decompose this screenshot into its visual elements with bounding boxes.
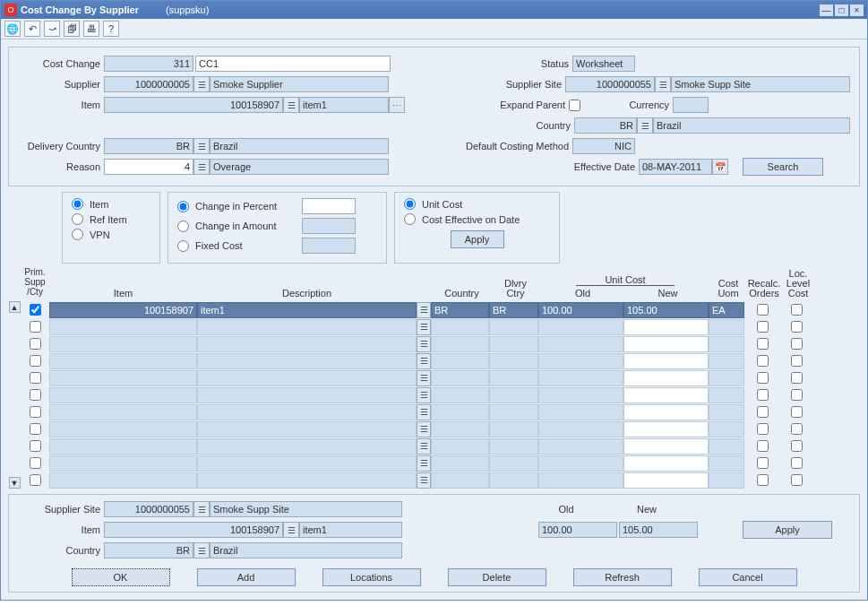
recalc-checkbox[interactable] bbox=[757, 355, 769, 367]
detail-apply-button[interactable]: Apply bbox=[743, 521, 832, 539]
cell-item[interactable] bbox=[49, 370, 197, 386]
cell-item[interactable] bbox=[49, 438, 197, 454]
prim-supp-checkbox[interactable] bbox=[30, 457, 41, 469]
cell-desc[interactable] bbox=[197, 387, 417, 403]
cell-old[interactable] bbox=[538, 319, 623, 335]
recalc-checkbox[interactable] bbox=[757, 474, 769, 486]
cell-new[interactable] bbox=[623, 353, 709, 369]
recalc-checkbox[interactable] bbox=[757, 406, 769, 418]
change-percent-field[interactable] bbox=[302, 198, 356, 214]
detail-item-lov-icon[interactable]: ☰ bbox=[283, 522, 299, 538]
locations-button[interactable]: Locations bbox=[322, 568, 421, 586]
table-row[interactable]: 100158907item1☰BRBR100.00105.00EA bbox=[21, 301, 860, 318]
cell-dlvry[interactable] bbox=[489, 421, 538, 437]
recalc-checkbox[interactable] bbox=[757, 372, 769, 384]
cell-old[interactable] bbox=[538, 455, 623, 472]
cell-new[interactable] bbox=[623, 319, 709, 335]
prim-supp-checkbox[interactable] bbox=[30, 338, 41, 350]
cancel-button[interactable]: Cancel bbox=[699, 568, 797, 586]
cell-desc[interactable] bbox=[197, 455, 417, 472]
row-lov-icon[interactable]: ☰ bbox=[417, 353, 431, 369]
reason-code-field[interactable]: 4 bbox=[104, 159, 193, 175]
detail-site-lov-icon[interactable]: ☰ bbox=[193, 501, 210, 517]
table-row[interactable]: ☰ bbox=[21, 369, 860, 386]
item-lov-icon[interactable]: ☰ bbox=[283, 97, 299, 113]
table-row[interactable]: ☰ bbox=[21, 437, 860, 454]
change-percent-radio[interactable] bbox=[177, 201, 189, 212]
prim-supp-checkbox[interactable] bbox=[30, 321, 41, 333]
loc-level-checkbox[interactable] bbox=[791, 440, 803, 452]
cell-country[interactable] bbox=[431, 404, 489, 420]
cell-item[interactable]: 100158907 bbox=[49, 302, 197, 318]
cell-item[interactable] bbox=[49, 353, 197, 369]
cell-country[interactable] bbox=[431, 370, 489, 386]
loc-level-checkbox[interactable] bbox=[791, 457, 803, 469]
maximize-button[interactable]: □ bbox=[835, 4, 848, 16]
supplier-id-field[interactable]: 1000000005 bbox=[104, 76, 193, 92]
change-amount-radio[interactable] bbox=[177, 221, 189, 232]
cell-new[interactable] bbox=[623, 336, 709, 352]
row-lov-icon[interactable]: ☰ bbox=[417, 336, 431, 352]
recalc-checkbox[interactable] bbox=[757, 457, 769, 469]
cell-desc[interactable] bbox=[197, 353, 417, 369]
delivery-country-lov-icon[interactable]: ☰ bbox=[193, 138, 210, 154]
loc-level-checkbox[interactable] bbox=[791, 474, 803, 486]
cell-new[interactable] bbox=[623, 370, 709, 386]
detail-country-code-field[interactable]: BR bbox=[104, 542, 193, 558]
cell-old[interactable] bbox=[538, 421, 623, 437]
ok-button[interactable]: OK bbox=[72, 568, 170, 586]
detail-item-id-field[interactable]: 100158907 bbox=[104, 522, 283, 538]
cell-desc[interactable] bbox=[197, 421, 417, 437]
cell-uom[interactable] bbox=[709, 387, 744, 403]
cell-uom[interactable] bbox=[709, 455, 744, 472]
cell-desc[interactable] bbox=[197, 319, 417, 335]
cell-country[interactable] bbox=[431, 353, 489, 369]
cell-desc[interactable] bbox=[197, 472, 417, 489]
cell-desc[interactable] bbox=[197, 404, 417, 420]
cell-new[interactable] bbox=[623, 472, 709, 489]
add-button[interactable]: Add bbox=[197, 568, 296, 586]
row-lov-icon[interactable]: ☰ bbox=[417, 472, 431, 489]
item-more-icon[interactable]: ⋯ bbox=[389, 97, 405, 113]
row-lov-icon[interactable]: ☰ bbox=[417, 387, 431, 403]
cell-dlvry[interactable] bbox=[489, 455, 538, 472]
cell-country[interactable] bbox=[431, 455, 489, 472]
cell-old[interactable] bbox=[538, 404, 623, 420]
delivery-country-code-field[interactable]: BR bbox=[104, 138, 193, 154]
country-lov-icon[interactable]: ☰ bbox=[637, 117, 653, 134]
row-lov-icon[interactable]: ☰ bbox=[417, 438, 431, 454]
loc-level-checkbox[interactable] bbox=[791, 338, 803, 350]
cell-country[interactable] bbox=[431, 421, 489, 437]
cell-old[interactable] bbox=[538, 472, 623, 489]
table-row[interactable]: ☰ bbox=[21, 403, 860, 420]
item-id-field[interactable]: 100158907 bbox=[104, 97, 283, 113]
cell-dlvry[interactable]: BR bbox=[489, 302, 538, 318]
table-row[interactable]: ☰ bbox=[21, 386, 860, 403]
row-lov-icon[interactable]: ☰ bbox=[417, 302, 431, 318]
cell-uom[interactable] bbox=[709, 336, 744, 352]
cell-item[interactable] bbox=[49, 404, 197, 420]
search-button[interactable]: Search bbox=[743, 158, 823, 176]
cell-new[interactable] bbox=[623, 387, 709, 403]
cell-country[interactable]: BR bbox=[431, 302, 489, 318]
copy-icon[interactable]: 🗐 bbox=[64, 21, 80, 37]
apply-options-button[interactable]: Apply bbox=[451, 230, 504, 248]
cell-old[interactable] bbox=[538, 370, 623, 386]
cost-change-id-field[interactable]: 311 bbox=[104, 56, 193, 72]
cell-item[interactable] bbox=[49, 472, 197, 489]
cell-dlvry[interactable] bbox=[489, 387, 538, 403]
loc-level-checkbox[interactable] bbox=[791, 321, 803, 333]
cell-old[interactable] bbox=[538, 336, 623, 352]
globe-icon[interactable]: 🌐 bbox=[4, 21, 21, 37]
cost-eff-date-radio[interactable] bbox=[404, 213, 416, 225]
row-lov-icon[interactable]: ☰ bbox=[417, 370, 431, 386]
detail-old-field[interactable]: 100.00 bbox=[538, 522, 617, 538]
prim-supp-checkbox[interactable] bbox=[30, 423, 41, 435]
detail-new-field[interactable]: 105.00 bbox=[619, 522, 698, 538]
row-lov-icon[interactable]: ☰ bbox=[417, 404, 431, 420]
cell-uom[interactable] bbox=[709, 404, 744, 420]
cell-uom[interactable] bbox=[709, 353, 744, 369]
cell-dlvry[interactable] bbox=[489, 438, 538, 454]
cell-dlvry[interactable] bbox=[489, 319, 538, 335]
detail-country-lov-icon[interactable]: ☰ bbox=[193, 542, 210, 558]
